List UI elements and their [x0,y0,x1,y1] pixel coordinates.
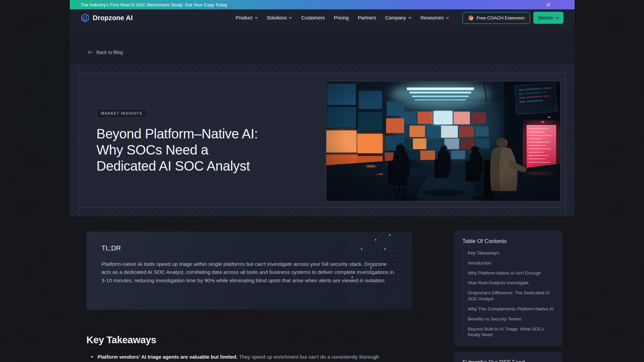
article-hero-section: Back to Blog MARKET INSIGHTS Beyond Plat… [70,26,575,217]
coach-button-label: Free COACH Extension [477,15,525,20]
close-icon[interactable] [546,2,551,7]
arrow-left-icon [88,50,93,54]
chevron-down-icon [408,17,412,19]
article-frame: MARKET INSIGHTS Beyond Platform–Native A… [70,64,575,217]
back-to-blog-link[interactable]: Back to Blog [70,26,123,55]
article-header-card: MARKET INSIGHTS Beyond Platform–Native A… [78,73,566,208]
nav-item-partners[interactable]: Partners [358,15,376,20]
tldr-card: TL;DR Platform-native AI tools speed up … [87,232,412,310]
hero-image [326,81,560,201]
coach-extension-button[interactable]: Free COACH Extension [463,12,530,24]
nav-item-label: Product [236,15,253,20]
back-to-blog-label: Back to Blog [97,50,123,55]
announcement-banner: The Industry's First Real AI SOC Benchma… [70,0,575,9]
nav-item-label: Partners [358,15,376,20]
rss-subscribe-card: Subscribe Our RSS Feed [454,352,562,362]
article-body-section: TL;DR Platform-native AI tools speed up … [70,217,575,361]
dropzone-hex-logo-icon [81,13,90,22]
nav-menu: Product Solutions Customers Pricing Part… [236,15,449,20]
key-takeaways-list: Platform vendors' AI triage agents are v… [87,353,415,361]
tldr-body: Platform-native AI tools speed up triage… [102,260,397,285]
demos-button[interactable]: Demos [533,12,563,24]
chevron-down-icon [289,17,292,19]
toc-item-dropzones-difference[interactable]: Dropzone's Difference: The Dedicated AI … [468,290,554,302]
toc-item-introduction[interactable]: Introduction [468,260,554,266]
chevron-down-icon [555,17,559,19]
nav-item-label: Pricing [334,15,348,20]
toc-item-key-takeaways[interactable]: Key Takeaways [468,250,554,256]
nav-item-customers[interactable]: Customers [301,15,325,20]
category-badge: MARKET INSIGHTS [97,109,147,118]
toc-item-beyond-builtin[interactable]: Beyond Built-In AI Triage: What SOCs Rea… [468,326,554,338]
chrome-icon [468,15,474,21]
chevron-down-icon [255,17,258,19]
table-of-contents: Table Of Contents Key Takeaways Introduc… [454,230,562,347]
nav-item-company[interactable]: Company [385,15,411,20]
toc-item-why-platform-native[interactable]: Why Platform-Native AI Isn't Enough [468,270,554,276]
toc-list: Key Takeaways Introduction Why Platform-… [463,250,554,338]
toc-item-benefits[interactable]: Benefits to Security Teams [468,316,554,322]
nav-item-pricing[interactable]: Pricing [334,15,348,20]
rss-heading: Subscribe Our RSS Feed [463,359,554,362]
nav-item-label: Solutions [267,15,287,20]
nav-item-solutions[interactable]: Solutions [267,15,292,20]
tldr-heading: TL;DR [102,244,412,252]
nav-item-label: Company [385,15,406,20]
bullet-text: They speed up enrichment but can't do a … [239,354,379,360]
nav-item-product[interactable]: Product [236,15,258,20]
toc-item-complements[interactable]: Why This Complements Platform-Native AI [468,306,554,312]
bullet-bold-text: Platform vendors' AI triage agents are v… [98,354,238,360]
brand-logo[interactable]: Dropzone AI [81,13,133,22]
top-nav: Dropzone AI Product Solutions Customers … [70,9,575,26]
key-takeaways-heading: Key Takeaways [87,335,156,346]
toc-item-how-real-analysts[interactable]: How Real Analysts Investigate [468,280,554,286]
nav-item-label: Resources [421,15,444,20]
brand-name: Dropzone AI [93,14,133,22]
list-item: Platform vendors' AI triage agents are v… [87,353,415,361]
nav-buttons: Free COACH Extension Demos [463,12,564,24]
demos-button-label: Demos [538,15,553,20]
page: The Industry's First Real AI SOC Benchma… [0,0,644,362]
nav-item-label: Customers [301,15,325,20]
toc-heading: Table Of Contents [463,238,554,244]
article-title: Beyond Platform–Native AI: Why SOCs Need… [97,126,267,174]
nav-item-resources[interactable]: Resources [421,15,449,20]
announcement-link[interactable]: The Industry's First Real AI SOC Benchma… [81,2,227,7]
chevron-down-icon [446,17,449,19]
